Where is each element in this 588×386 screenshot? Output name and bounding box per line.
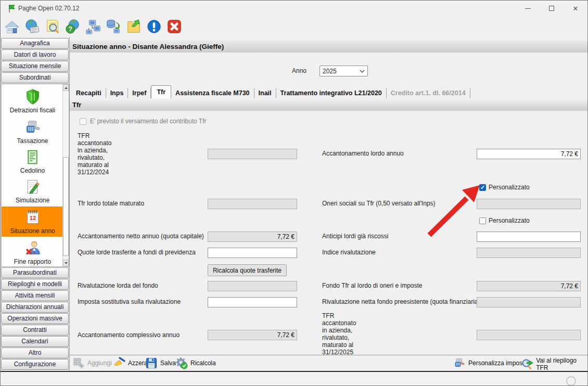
exit-icon[interactable]: [166, 18, 183, 35]
news-globe-icon[interactable]: [24, 18, 41, 35]
rivalutazione-lorda-field: [208, 281, 297, 291]
document-pencil-icon: [2, 176, 63, 196]
accantonamento-lordo-field[interactable]: [477, 149, 581, 159]
cash-register-icon: [453, 357, 466, 369]
tab-credito-art1: Credito art.1. dl. 66/2014: [387, 88, 470, 98]
search-note-icon[interactable]: [44, 18, 61, 35]
imposta-sostitutiva-field[interactable]: [208, 297, 297, 307]
svg-text:?: ?: [69, 25, 72, 33]
home-icon[interactable]: [4, 18, 20, 35]
fondo-tfr-lordo-label: Fondo Tfr al lordo di oneri e imposte: [322, 282, 423, 290]
accantonamento-netto-label: Accantonamento netto annuo (quota capita…: [78, 233, 204, 240]
sidebar-item-fine-rapporto[interactable]: Fine rapporto: [2, 237, 63, 266]
tab-inps[interactable]: Inps: [106, 88, 129, 98]
personalizzato-checkbox-1[interactable]: [479, 184, 486, 191]
data-sync-icon[interactable]: [105, 18, 122, 35]
indice-rivalutazione-field: [477, 248, 581, 258]
sidebar-section-altro[interactable]: Altro: [1, 348, 69, 358]
azzera-button[interactable]: Azzera: [113, 357, 147, 369]
page-title: Situazione anno - Disante Alessandra (Gi…: [70, 40, 588, 53]
sidebar-scrollbar[interactable]: [62, 84, 69, 266]
sidebar-section-calendari[interactable]: Calendari: [1, 336, 69, 347]
ricalcola-button[interactable]: Ricalcola: [175, 357, 216, 369]
salva-button[interactable]: Salva: [145, 357, 176, 369]
status-bar: [1, 371, 587, 386]
tab-assistenza-fiscale-m730[interactable]: Assistenza fiscale M730: [171, 88, 254, 98]
scroll-down-arrow[interactable]: [63, 260, 69, 266]
sidebar-section-riepiloghi-e-modelli[interactable]: Riepiloghi e modelli: [1, 279, 69, 290]
cash-register-icon: [2, 117, 63, 136]
oneri-sociali-field: [477, 199, 581, 209]
sidebar-item-situazione-anno[interactable]: 12 Situazione anno: [2, 207, 63, 237]
tab-trattamento-integrativo[interactable]: Trattamento integrativo L21/2020: [276, 88, 387, 98]
window-title: Paghe Open 02.70.12: [18, 5, 79, 12]
year-select[interactable]: 2025: [319, 66, 368, 76]
status-circle-icon: [566, 376, 576, 386]
sidebar-item-cedolino[interactable]: Cedolino: [2, 146, 63, 175]
sidebar-section-dichiarazioni-annuali[interactable]: Dichiarazioni annuali: [1, 302, 69, 313]
sidebar-section-anagrafica[interactable]: Anagrafica: [1, 38, 69, 49]
tfr-lordo-totale-label: Tfr lordo totale maturato: [78, 200, 144, 208]
sidebar-section-parasubordinati[interactable]: Parasubordinati: [1, 267, 69, 278]
contributo-tfr-label: E' previsto il versamento del contributo…: [90, 118, 207, 125]
close-icon: ✕: [573, 5, 579, 12]
sidebar-item-tassazione[interactable]: Tassazione: [2, 117, 63, 145]
sidebar-section-operazioni-massive[interactable]: Operazioni massive: [1, 313, 69, 324]
sidebar-section-situazione-mensile[interactable]: Situazione mensile: [1, 61, 69, 72]
aggiungi-button: Aggiungi: [72, 357, 112, 369]
anticipi-lordi-field[interactable]: [477, 231, 581, 242]
close-button[interactable]: ✕: [564, 1, 587, 16]
quote-lorde-label: Quote lorde trasferite a fondi di previd…: [78, 249, 196, 256]
tfr-2025-label: TFR accantonato in azienda, rivalutato, …: [322, 313, 379, 356]
sidebar-item-simulazione[interactable]: Simulazione: [2, 176, 63, 204]
sidebar-item-detrazioni-fiscali[interactable]: Detrazioni fiscali: [2, 86, 63, 114]
help-globe-icon[interactable]: ?: [65, 18, 81, 35]
quote-lorde-field[interactable]: [208, 248, 297, 258]
minimize-icon: [525, 8, 531, 9]
add-grid-icon: [72, 357, 85, 369]
triangle-up-icon: [65, 87, 68, 89]
chevron-down-icon: [360, 70, 365, 73]
sidebar-section-subordinati[interactable]: Subordinati: [1, 72, 69, 83]
tab-inail[interactable]: Inail: [254, 88, 276, 98]
accantonamento-lordo-label: Accantonamento lordo annuo: [322, 150, 404, 158]
imposta-sostitutiva-label: Imposta sostitutiva sulla rivalutazione: [78, 299, 181, 306]
personalizza-imposta-button[interactable]: Personalizza imposta: [453, 357, 528, 369]
rivalutazione-netta-label: Rivalutazione netta fondo preesistente (…: [322, 299, 480, 306]
minimize-button[interactable]: [516, 1, 540, 16]
accantonamento-complessivo-field: [208, 330, 297, 340]
maximize-button[interactable]: [540, 1, 564, 16]
personalizzato-label-1: Personalizzato: [489, 184, 530, 191]
payslip-document-icon: [2, 146, 63, 166]
rivalutazione-lorda-label: Rivalutazione lorda del fondo: [78, 282, 158, 290]
personalizzato-label-2: Personalizzato: [489, 217, 530, 225]
tfr-2024-field: [208, 149, 297, 159]
vai-riepilogo-tfr-button[interactable]: Vai al riepilogo TFR: [521, 357, 588, 371]
broom-icon: [113, 357, 125, 369]
accantonamento-complessivo-label: Accantonamento complessivo annuo: [78, 332, 180, 339]
scroll-up-arrow[interactable]: [63, 84, 69, 91]
info-icon[interactable]: [146, 18, 162, 35]
sidebar: Anagrafica Datori di lavoro Situazione m…: [1, 37, 70, 371]
ricalcola-quote-button[interactable]: Ricalcola quote trasferite: [208, 264, 287, 276]
tfr-lordo-totale-field: [208, 199, 297, 209]
sidebar-section-datori-di-lavoro[interactable]: Datori di lavoro: [1, 49, 69, 60]
triangle-down-icon: [65, 262, 68, 264]
tfr-2025-field: [477, 330, 581, 340]
shield-icon: [2, 86, 63, 106]
sidebar-section-configurazione[interactable]: Configurazione: [1, 359, 69, 370]
network-icon[interactable]: [85, 18, 101, 35]
tfr-2024-label: TFR accantonato in azienda, rivalutato, …: [78, 133, 135, 176]
contributo-tfr-checkbox: [80, 118, 86, 125]
folder-export-icon[interactable]: [125, 18, 142, 35]
app-flag-icon: [7, 4, 16, 13]
sidebar-section-contratti[interactable]: Contratti: [1, 325, 69, 336]
titlebar: Paghe Open 02.70.12 ✕: [1, 1, 587, 16]
calendar-12-icon: 12: [2, 207, 63, 226]
tab-tfr[interactable]: Tfr: [151, 85, 171, 98]
personalizzato-checkbox-2[interactable]: [479, 217, 486, 224]
tab-irpef[interactable]: Irpef: [128, 88, 151, 98]
sidebar-section-attivita-mensili[interactable]: Attività mensili: [1, 290, 69, 301]
tab-recapiti[interactable]: Recapiti: [72, 88, 106, 98]
scrollbar-thumb[interactable]: [63, 157, 69, 256]
